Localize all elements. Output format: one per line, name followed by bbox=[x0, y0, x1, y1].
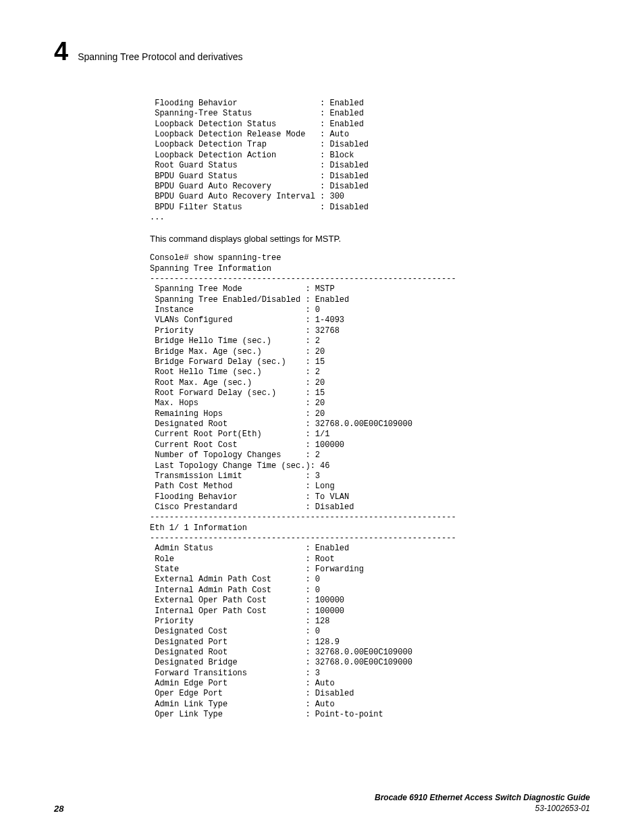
doc-number: 53-1002653-01 bbox=[535, 804, 590, 813]
caption-text: This command displays global settings fo… bbox=[150, 234, 595, 244]
page-number: 28 bbox=[54, 804, 63, 814]
chapter-title: Spanning Tree Protocol and derivatives bbox=[78, 51, 242, 62]
doc-title: Brocade 6910 Ethernet Access Switch Diag… bbox=[375, 793, 590, 802]
cli-output-block-1: Flooding Behavior : Enabled Spanning-Tre… bbox=[150, 99, 595, 223]
cli-output-block-2: Console# show spanning-tree Spanning Tre… bbox=[150, 253, 595, 720]
page-footer: 28 Brocade 6910 Ethernet Access Switch D… bbox=[54, 792, 590, 814]
chapter-number: 4 bbox=[54, 37, 68, 66]
page: 4 Spanning Tree Protocol and derivatives… bbox=[0, 0, 644, 834]
content-area: Flooding Behavior : Enabled Spanning-Tre… bbox=[150, 99, 595, 720]
footer-right: Brocade 6910 Ethernet Access Switch Diag… bbox=[375, 792, 590, 814]
page-header: 4 Spanning Tree Protocol and derivatives bbox=[54, 37, 590, 66]
